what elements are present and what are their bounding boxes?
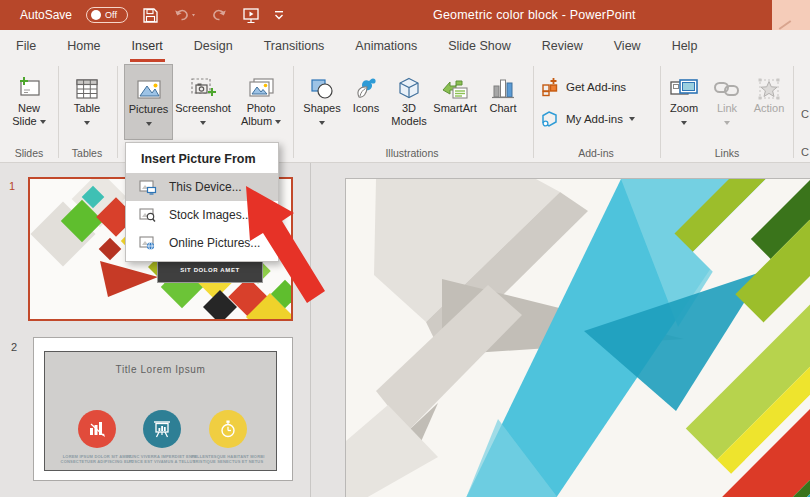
tab-view[interactable]: View bbox=[612, 30, 643, 62]
new-slide-icon bbox=[15, 74, 43, 102]
slideshow-icon bbox=[242, 7, 260, 24]
table-icon bbox=[74, 76, 100, 102]
ribbon: New Slide Slides Table Tables bbox=[0, 62, 810, 163]
picture-globe-icon bbox=[139, 236, 157, 251]
titlebar-corner-box bbox=[772, 0, 810, 30]
action-button[interactable]: Action bbox=[746, 64, 792, 140]
smartart-icon bbox=[440, 76, 470, 102]
3d-models-button[interactable]: 3D Models bbox=[386, 64, 432, 140]
icons-button[interactable]: Icons bbox=[346, 64, 386, 140]
bar-chart-icon bbox=[78, 410, 116, 448]
group-separator bbox=[660, 66, 661, 158]
group-label-illustrations: Illustrations bbox=[298, 147, 526, 159]
powerpoint-window: AutoSave Off bbox=[0, 0, 810, 497]
slide-1-number: 1 bbox=[9, 180, 15, 192]
autosave-label: AutoSave bbox=[20, 8, 72, 22]
stopwatch-icon bbox=[209, 410, 247, 448]
slide-2-thumbnail[interactable]: Title Lorem Ipsum bbox=[33, 337, 293, 481]
tab-home[interactable]: Home bbox=[65, 30, 102, 62]
slide-2-title: Title Lorem Ipsum bbox=[45, 364, 276, 375]
group-separator bbox=[117, 66, 118, 158]
get-add-ins-icon bbox=[540, 77, 560, 97]
picture-device-icon bbox=[139, 180, 157, 195]
presentation-icon bbox=[143, 410, 181, 448]
dropdown-arrow-icon bbox=[724, 121, 730, 125]
dropdown-arrow-icon bbox=[146, 122, 152, 126]
dropdown-arrow-icon bbox=[40, 120, 46, 124]
corner-mark bbox=[779, 20, 792, 30]
red-arrow-annotation bbox=[230, 175, 340, 315]
tab-file[interactable]: File bbox=[14, 30, 38, 62]
shapes-button[interactable]: Shapes bbox=[298, 64, 346, 140]
titlebar: AutoSave Off bbox=[0, 0, 810, 30]
redo-button[interactable] bbox=[211, 0, 228, 30]
pictures-button[interactable]: Pictures bbox=[124, 64, 173, 140]
customize-qat-button[interactable] bbox=[274, 0, 284, 30]
my-add-ins-button[interactable]: My Add-ins bbox=[540, 106, 658, 132]
dropdown-arrow-icon bbox=[84, 121, 90, 125]
slide-2-caption-1: Lorem ipsum dolor sit ametconsectetuer a… bbox=[60, 454, 134, 464]
slide-2-caption-2: Nunc viverra imperdiet enimFusce est viv… bbox=[125, 454, 199, 464]
shapes-icon bbox=[308, 76, 336, 102]
tab-transitions[interactable]: Transitions bbox=[262, 30, 327, 62]
autosave-toggle[interactable]: Off bbox=[86, 7, 128, 23]
slide-2-content-box: Title Lorem Ipsum bbox=[44, 351, 277, 471]
3d-models-icon bbox=[395, 76, 423, 102]
slide-2-number: 2 bbox=[11, 341, 17, 353]
new-slide-button[interactable]: New Slide bbox=[6, 64, 52, 140]
toggle-knob-icon bbox=[91, 10, 101, 20]
dropdown-arrow-icon bbox=[681, 121, 687, 125]
link-button[interactable]: Link bbox=[706, 64, 748, 140]
group-label-slides: Slides bbox=[6, 147, 52, 159]
slide-canvas[interactable] bbox=[345, 178, 810, 497]
group-label-tables: Tables bbox=[62, 147, 112, 159]
pictures-icon bbox=[135, 77, 163, 103]
dropdown-arrow-icon bbox=[200, 121, 206, 125]
document-title: Geometric color block - PowerPoint bbox=[433, 0, 636, 30]
group-separator bbox=[293, 66, 294, 158]
group-label-add-ins: Add-ins bbox=[540, 147, 652, 159]
start-slideshow-button[interactable] bbox=[242, 0, 260, 30]
my-add-ins-icon bbox=[540, 109, 560, 129]
ribbon-tab-bar: File Home Insert Design Transitions Anim… bbox=[0, 30, 810, 62]
chart-icon bbox=[490, 76, 516, 102]
save-icon bbox=[142, 7, 159, 24]
icons-icon bbox=[352, 76, 380, 102]
customize-qat-icon bbox=[274, 9, 284, 21]
menu-header: Insert Picture From bbox=[126, 143, 278, 173]
table-button[interactable]: Table bbox=[62, 64, 112, 140]
dropdown-arrow-icon bbox=[275, 120, 281, 124]
link-icon bbox=[712, 76, 742, 102]
save-button[interactable] bbox=[142, 0, 159, 30]
clipped-ribbon-button-text: C bbox=[801, 108, 810, 120]
clipped-ribbon-group-text: C bbox=[801, 146, 810, 158]
tab-help[interactable]: Help bbox=[670, 30, 700, 62]
tab-slideshow[interactable]: Slide Show bbox=[446, 30, 513, 62]
slide-2-caption-3: Pellentesque habitant morbitristique sen… bbox=[191, 454, 265, 464]
zoom-icon bbox=[668, 76, 700, 102]
get-add-ins-button[interactable]: Get Add-ins bbox=[540, 74, 658, 100]
chart-button[interactable]: Chart bbox=[480, 64, 526, 140]
picture-search-icon bbox=[139, 208, 157, 223]
action-icon bbox=[756, 76, 782, 102]
group-separator bbox=[58, 66, 59, 158]
photo-album-button[interactable]: Photo Album bbox=[233, 64, 289, 140]
undo-icon bbox=[173, 7, 197, 23]
tab-design[interactable]: Design bbox=[192, 30, 235, 62]
zoom-button[interactable]: Zoom bbox=[662, 64, 706, 140]
slide-canvas-artwork bbox=[346, 179, 810, 497]
photo-album-icon bbox=[246, 76, 276, 102]
group-label-links: Links bbox=[662, 147, 792, 159]
tab-animations[interactable]: Animations bbox=[353, 30, 419, 62]
undo-button[interactable] bbox=[173, 0, 197, 30]
tab-review[interactable]: Review bbox=[540, 30, 585, 62]
dropdown-arrow-icon bbox=[629, 117, 635, 121]
smartart-button[interactable]: SmartArt bbox=[430, 64, 480, 140]
redo-icon bbox=[211, 7, 228, 23]
tab-insert[interactable]: Insert bbox=[130, 30, 165, 62]
screenshot-button[interactable]: Screenshot bbox=[174, 64, 232, 140]
dropdown-arrow-icon bbox=[319, 121, 325, 125]
group-separator bbox=[533, 66, 534, 158]
screenshot-icon bbox=[188, 76, 218, 102]
autosave-state: Off bbox=[105, 10, 117, 20]
